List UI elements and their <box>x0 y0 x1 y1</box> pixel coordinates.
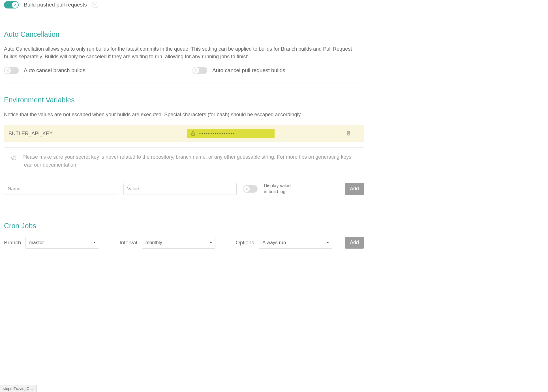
env-var-name: BUTLER_API_KEY <box>8 131 187 137</box>
env-info-box: Please make sure your secret key is neve… <box>4 147 364 175</box>
megaphone-icon <box>10 154 18 161</box>
cron-jobs-heading: Cron Jobs <box>4 222 364 230</box>
cron-options-label: Options <box>236 240 254 246</box>
toggle-display-value[interactable] <box>243 185 258 193</box>
toggle-auto-cancel-branch[interactable] <box>4 67 19 74</box>
display-value-label: Display value in build log <box>264 183 295 195</box>
cron-branch-label: Branch <box>4 240 21 246</box>
x-icon <box>6 69 9 72</box>
toggle-auto-cancel-pr-label: Auto cancel pull request builds <box>212 67 285 74</box>
delete-env-var-button[interactable] <box>346 130 359 137</box>
env-vars-heading: Environment Variables <box>4 96 364 104</box>
toggle-auto-cancel-pr[interactable] <box>192 67 207 74</box>
env-name-input[interactable] <box>4 183 117 195</box>
auto-cancellation-heading: Auto Cancellation <box>4 30 364 38</box>
cron-options-select[interactable]: Always run <box>259 237 332 249</box>
env-value-input[interactable] <box>123 183 237 195</box>
add-env-var-button[interactable]: Add <box>345 183 364 195</box>
x-icon <box>194 69 198 72</box>
env-var-masked: •••••••••••••••• <box>199 131 235 136</box>
cron-interval-label: Interval <box>119 240 137 246</box>
x-icon <box>245 187 248 191</box>
cron-interval-select[interactable]: monthly <box>142 237 215 249</box>
env-var-row: BUTLER_API_KEY •••••••••••••••• <box>4 125 364 142</box>
check-icon <box>13 3 17 7</box>
help-icon[interactable]: ? <box>92 2 98 8</box>
toggle-build-pushed-pr[interactable] <box>4 1 19 8</box>
toggle-build-pushed-pr-label: Build pushed pull requests <box>24 2 87 8</box>
cron-branch-select[interactable]: master <box>25 237 99 249</box>
svg-rect-0 <box>192 133 194 135</box>
trash-icon <box>346 130 351 136</box>
lock-icon <box>191 131 195 136</box>
env-var-value: •••••••••••••••• <box>187 129 275 138</box>
auto-cancellation-description: Auto Cancellation allows you to only run… <box>4 45 364 61</box>
add-cron-job-button[interactable]: Add <box>345 237 364 249</box>
env-info-text: Please make sure your secret key is neve… <box>22 153 358 169</box>
env-vars-description: Notice that the values are not escaped w… <box>4 111 364 119</box>
toggle-auto-cancel-branch-label: Auto cancel branch builds <box>24 67 85 74</box>
